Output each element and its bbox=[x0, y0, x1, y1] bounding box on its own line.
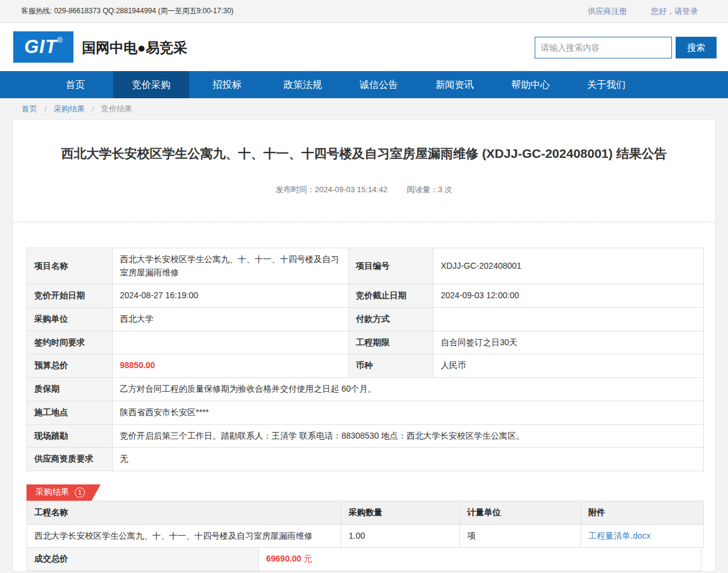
table-row: 预算总价 98850.00 币种 人民币 bbox=[27, 354, 704, 378]
nav-item-tendering[interactable]: 招投标 bbox=[189, 71, 265, 98]
location-label: 施工地点 bbox=[27, 401, 113, 424]
project-name-value: 西北大学长安校区学生公寓九、十、十一、十四号楼及自习室房屋漏雨维修 bbox=[113, 248, 349, 284]
nav-item-about-us[interactable]: 关于我们 bbox=[568, 71, 644, 98]
dashed-divider bbox=[13, 222, 715, 222]
article-meta: 发布时间：2024-09-03 15:14:42阅读量：3 次 bbox=[13, 184, 715, 195]
breadcrumb-section-link[interactable]: 采购结果 bbox=[54, 104, 85, 113]
nav-item-policies[interactable]: 政策法规 bbox=[265, 71, 341, 98]
col-header-project: 工程名称 bbox=[27, 501, 341, 524]
result-unit: 项 bbox=[460, 524, 581, 548]
page-title: 西北大学长安校区学生公寓九、十、十一、十四号楼及自习室房屋漏雨维修 (XDJJ-… bbox=[13, 145, 715, 162]
table-row: 质保期 乙方对合同工程的质量保修期为验收合格并交付使用之日起 60个月。 bbox=[27, 378, 704, 401]
bid-start-value: 2024-08-27 16:19:00 bbox=[113, 284, 349, 308]
table-row: 采购单位 西北大学 付款方式 bbox=[27, 308, 704, 331]
col-header-attachment: 附件 bbox=[581, 501, 704, 524]
purchase-result-badge: 采购结果 1 bbox=[26, 484, 101, 501]
supplier-register-link[interactable]: 供应商注册 bbox=[588, 6, 627, 17]
table-row: 现场踏勘 竞价开启后第三个工作日。踏勘联系人：王清学 联系电话：88308530… bbox=[27, 424, 704, 448]
bid-end-label: 竞价截止日期 bbox=[349, 284, 434, 308]
breadcrumb-separator: / bbox=[45, 104, 47, 113]
supplier-value: 西安长明建筑防水工程有限公司 bbox=[259, 571, 702, 572]
table-row: 施工地点 陕西省西安市长安区**** bbox=[27, 401, 704, 424]
supplier-label: 成交供应商 bbox=[27, 571, 259, 572]
publish-time-value: 2024-09-03 15:14:42 bbox=[315, 185, 388, 194]
registered-trademark-icon: ® bbox=[57, 36, 63, 45]
qualification-label: 供应商资质要求 bbox=[27, 448, 113, 471]
table-row: 竞价开始日期 2024-08-27 16:19:00 竞价截止日期 2024-0… bbox=[27, 284, 704, 308]
result-quantity: 1.00 bbox=[341, 524, 460, 548]
breadcrumb-current: 竞价结果 bbox=[101, 104, 132, 113]
result-count-badge: 1 bbox=[75, 487, 85, 498]
table-row: 项目名称 西北大学长安校区学生公寓九、十、十一、十四号楼及自习室房屋漏雨维修 项… bbox=[27, 248, 704, 284]
qualification-value: 无 bbox=[113, 448, 704, 471]
bid-start-label: 竞价开始日期 bbox=[27, 284, 113, 308]
views-label: 阅读量： bbox=[406, 185, 438, 194]
warranty-value: 乙方对合同工程的质量保修期为验收合格并交付使用之日起 60个月。 bbox=[113, 378, 704, 401]
total-price-unit: 元 bbox=[301, 554, 312, 563]
col-header-unit: 计量单位 bbox=[460, 501, 581, 524]
page-body: 首页 / 采购结果 / 竞价结果 西北大学长安校区学生公寓九、十、十一、十四号楼… bbox=[0, 98, 728, 573]
breadcrumb-separator: / bbox=[92, 104, 95, 113]
deal-summary-table: 成交总价 69690.00 元 成交供应商 西安长明建筑防水工程有限公司 bbox=[26, 547, 702, 572]
purchaser-value: 西北大学 bbox=[113, 308, 349, 331]
table-row: 成交总价 69690.00 元 bbox=[27, 548, 702, 571]
nav-item-bidding-purchase[interactable]: 竞价采购 bbox=[113, 71, 189, 98]
breadcrumb-home-link[interactable]: 首页 bbox=[22, 104, 37, 113]
nav-item-home[interactable]: 首页 bbox=[37, 71, 113, 98]
nav-item-integrity-notice[interactable]: 诚信公告 bbox=[341, 71, 417, 98]
total-price-value: 69690.00 元 bbox=[259, 548, 702, 571]
announcement-content: 项目名称 西北大学长安校区学生公寓九、十、十一、十四号楼及自习室房屋漏雨维修 项… bbox=[13, 248, 715, 572]
total-price-amount: 69690.00 bbox=[266, 554, 301, 563]
brand-title: 国网中电●易竞采 bbox=[82, 39, 187, 57]
payment-label: 付款方式 bbox=[349, 308, 434, 331]
project-no-value: XDJJ-GC-202408001 bbox=[434, 248, 704, 284]
project-details-table: 项目名称 西北大学长安校区学生公寓九、十、十一、十四号楼及自习室房屋漏雨维修 项… bbox=[26, 248, 704, 471]
main-nav: 首页 竞价采购 招投标 政策法规 诚信公告 新闻资讯 帮助中心 关于我们 bbox=[0, 71, 728, 98]
login-link[interactable]: 您好，请登录 bbox=[651, 6, 698, 17]
site-logo[interactable]: GIT ® bbox=[13, 31, 73, 63]
duration-label: 工程期限 bbox=[349, 331, 434, 354]
publish-time-label: 发布时间： bbox=[276, 185, 315, 194]
purchaser-label: 采购单位 bbox=[27, 308, 113, 331]
site-visit-label: 现场踏勘 bbox=[27, 424, 113, 448]
sign-time-value bbox=[113, 331, 349, 354]
table-header-row: 工程名称 采购数量 计量单位 附件 bbox=[27, 501, 704, 524]
views-unit: 次 bbox=[444, 185, 452, 194]
location-value: 陕西省西安市长安区**** bbox=[113, 401, 704, 424]
warranty-label: 质保期 bbox=[27, 378, 113, 401]
views-count: 3 bbox=[438, 185, 442, 194]
search-button[interactable]: 搜索 bbox=[676, 37, 717, 58]
search-bar: 搜索 bbox=[535, 37, 717, 58]
site-visit-value: 竞价开启后第三个工作日。踏勘联系人：王清学 联系电话：88308530 地点：西… bbox=[113, 424, 704, 448]
bid-end-value: 2024-09-03 12:00:00 bbox=[434, 284, 704, 308]
breadcrumb: 首页 / 采购结果 / 竞价结果 bbox=[0, 98, 728, 119]
nav-item-help-center[interactable]: 帮助中心 bbox=[493, 71, 568, 98]
sign-time-label: 签约时间要求 bbox=[27, 331, 113, 354]
result-project-name: 西北大学长安校区学生公寓九、十、十一、十四号楼及自习室房屋漏雨维修 bbox=[27, 524, 341, 548]
attachment-link[interactable]: 工程量清单.docx bbox=[588, 531, 650, 540]
duration-value: 自合同签订之日30天 bbox=[434, 331, 704, 354]
table-row: 成交供应商 西安长明建筑防水工程有限公司 bbox=[27, 571, 702, 572]
topbar-links: 供应商注册 您好，请登录 bbox=[588, 6, 698, 17]
payment-value bbox=[434, 308, 704, 331]
project-name-label: 项目名称 bbox=[27, 248, 113, 284]
header: GIT ® 国网中电●易竞采 搜索 bbox=[0, 23, 728, 71]
col-header-quantity: 采购数量 bbox=[341, 501, 460, 524]
purchase-result-badge-label: 采购结果 bbox=[36, 487, 69, 498]
purchase-result-table: 工程名称 采购数量 计量单位 附件 西北大学长安校区学生公寓九、十、十一、十四号… bbox=[26, 501, 704, 548]
total-price-label: 成交总价 bbox=[27, 548, 259, 571]
nav-item-news[interactable]: 新闻资讯 bbox=[417, 71, 493, 98]
table-row: 西北大学长安校区学生公寓九、十、十一、十四号楼及自习室房屋漏雨维修 1.00 项… bbox=[27, 524, 704, 548]
logo-git-text: GIT bbox=[24, 35, 57, 59]
table-row: 签约时间要求 工程期限 自合同签订之日30天 bbox=[27, 331, 704, 354]
project-no-label: 项目编号 bbox=[349, 248, 434, 284]
announcement-card: 西北大学长安校区学生公寓九、十、十一、十四号楼及自习室房屋漏雨维修 (XDJJ-… bbox=[12, 119, 716, 572]
table-row: 供应商资质要求 无 bbox=[27, 448, 704, 471]
topbar: 客服热线: 029-86618373 QQ:2881944994 (周一至周五9… bbox=[0, 0, 728, 23]
result-badge-wrap: 采购结果 1 bbox=[26, 484, 702, 501]
search-input[interactable] bbox=[535, 37, 672, 58]
hotline-text: 客服热线: 029-86618373 QQ:2881944994 (周一至周五9… bbox=[21, 6, 234, 16]
budget-value: 98850.00 bbox=[113, 354, 349, 378]
budget-label: 预算总价 bbox=[27, 354, 113, 378]
currency-value: 人民币 bbox=[434, 354, 704, 378]
